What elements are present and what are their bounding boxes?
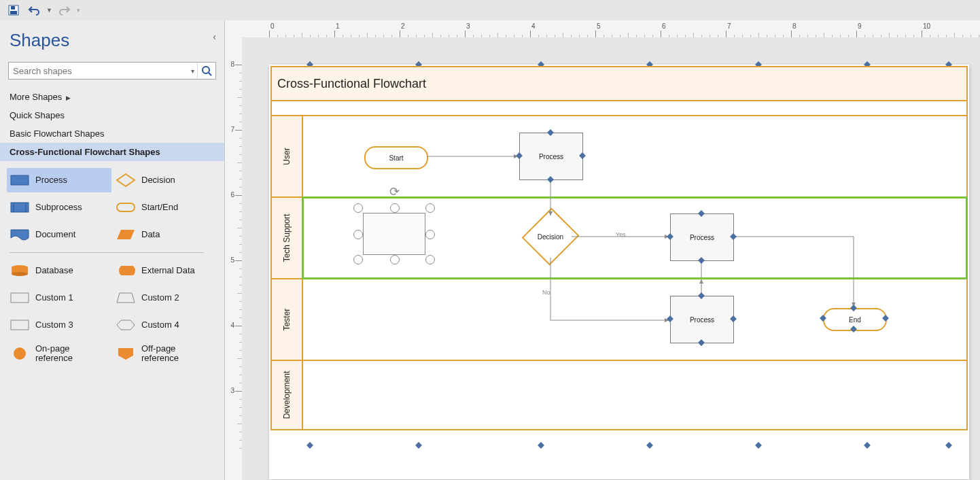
svg-point-3 <box>203 67 209 73</box>
undo-icon <box>28 5 40 16</box>
shape-stencil-label: Subprocess <box>35 203 82 212</box>
redo-button[interactable] <box>56 2 73 18</box>
svg-point-14 <box>12 272 28 276</box>
rect-outline-icon <box>10 317 30 333</box>
decision-shape[interactable]: Decision <box>531 217 570 256</box>
canvas-area: 01234567891011 876543 Cross-Functional F… <box>225 20 980 480</box>
undo-dropdown[interactable]: ▼ <box>46 7 52 14</box>
shapes-category[interactable]: Cross-Functional Flowchart Shapes <box>0 143 224 161</box>
shape-stencil[interactable]: Custom 1 <box>7 286 111 310</box>
selected-new-process[interactable]: ⟳ <box>357 207 431 260</box>
svg-rect-17 <box>11 320 29 330</box>
rotate-handle-icon[interactable]: ⟳ <box>389 184 400 199</box>
shapes-category[interactable]: Basic Flowchart Shapes <box>0 124 224 143</box>
edge-label-no: No <box>542 289 550 296</box>
lane-user-body[interactable]: Start Process <box>303 116 966 196</box>
edge-label-yes: Yes <box>616 231 626 238</box>
flowchart-title[interactable]: Cross-Functional Flowchart <box>272 67 966 101</box>
svg-marker-18 <box>117 320 135 330</box>
shape-stencil-label: Custom 1 <box>35 293 73 303</box>
shape-stencil-label: Start/End <box>141 203 178 212</box>
process-tester-shape[interactable]: Process <box>670 296 734 343</box>
diamond-orange-icon <box>116 172 136 188</box>
start-shape[interactable]: Start <box>364 146 428 169</box>
shape-stencil-label: Decision <box>141 175 175 185</box>
trap-outline-icon <box>116 290 136 306</box>
process-user-shape[interactable]: Process <box>519 133 583 180</box>
shape-stencil-label: Custom 3 <box>35 320 73 330</box>
para-orange-icon <box>116 226 136 243</box>
ruler-vertical: 876543 <box>225 37 243 480</box>
lane-user: User Start Process <box>272 116 966 198</box>
shape-stencil[interactable]: Database <box>7 258 111 283</box>
svg-marker-11 <box>117 230 135 239</box>
shape-stencil[interactable]: On-page reference <box>7 340 111 368</box>
drawing-page[interactable]: Cross-Functional Flowchart User Start Pr… <box>269 65 969 479</box>
shapes-category[interactable]: More Shapes▶ <box>0 88 224 106</box>
circ-orange-icon <box>10 345 30 362</box>
shape-stencil[interactable]: Decision <box>113 168 217 192</box>
shape-stencil-label: Document <box>35 230 75 239</box>
search-dropdown[interactable]: ▾ <box>188 67 197 75</box>
shapes-category[interactable]: Quick Shapes <box>0 106 224 124</box>
doc-blue-icon <box>10 226 30 243</box>
collapse-shapes-button[interactable]: ‹ <box>213 31 216 42</box>
search-button[interactable] <box>197 63 215 79</box>
hex-outline-icon <box>116 317 136 333</box>
page-scroll[interactable]: Cross-Functional Flowchart User Start Pr… <box>242 37 980 480</box>
extdata-orange-icon <box>116 262 136 279</box>
lane-tech-support-header[interactable]: Tech Support <box>272 198 303 278</box>
process-tech-shape[interactable]: Process <box>670 213 734 261</box>
lane-tester-header[interactable]: Tester <box>272 279 303 360</box>
rect-outline-icon <box>10 290 30 306</box>
cyl-orange-icon <box>10 262 30 279</box>
shape-stencil[interactable]: Custom 2 <box>113 286 217 310</box>
shape-stencil[interactable]: Subprocess <box>7 195 111 220</box>
shapes-panel-title: Shapes <box>0 30 224 58</box>
ruler-corner <box>225 20 243 38</box>
undo-button[interactable] <box>26 2 42 18</box>
shape-stencil-label: On-page reference <box>35 344 109 364</box>
lane-tech-support: Tech Support ⟳ <box>272 198 966 279</box>
shape-stencil[interactable]: Custom 3 <box>7 313 111 337</box>
lane-development-body[interactable] <box>303 361 966 429</box>
shape-stencil[interactable]: Data <box>113 222 217 247</box>
shape-stencil[interactable]: Off-page reference <box>113 340 217 368</box>
search-shapes-input-wrap: ▾ <box>8 62 216 80</box>
lane-user-header[interactable]: User <box>272 116 303 196</box>
save-icon <box>8 5 19 16</box>
lane-development-header[interactable]: Development <box>272 361 303 429</box>
svg-rect-1 <box>10 11 17 14</box>
svg-point-19 <box>14 347 26 360</box>
shape-stencil-label: External Data <box>141 266 195 275</box>
search-icon <box>201 65 212 76</box>
redo-icon <box>58 5 71 16</box>
shape-stencil[interactable]: Custom 4 <box>113 313 217 337</box>
customize-qat-button[interactable]: ▾ <box>77 7 80 14</box>
svg-rect-5 <box>11 175 29 185</box>
shape-stencil-label: Data <box>141 230 160 239</box>
rect-blue-icon <box>10 172 30 188</box>
shape-stencil[interactable]: Document <box>7 222 111 247</box>
shape-stencil-label: Custom 4 <box>141 320 179 330</box>
lane-tech-support-body[interactable]: ⟳ Decision Process <box>303 198 966 278</box>
svg-rect-10 <box>117 203 135 211</box>
shape-stencil[interactable]: Process <box>7 168 111 192</box>
shape-stencil-label: Custom 2 <box>141 293 179 303</box>
offpage-orange-icon <box>116 345 136 362</box>
svg-rect-2 <box>11 6 15 10</box>
rect-blue-bars-icon <box>10 199 30 216</box>
shapes-panel: ‹ Shapes ▾ More Shapes▶Quick ShapesBasic… <box>0 20 225 480</box>
save-button[interactable] <box>5 2 22 18</box>
lane-tester-body[interactable]: Process End No <box>303 279 966 360</box>
search-shapes-input[interactable] <box>9 63 188 79</box>
shape-stencil[interactable]: Start/End <box>113 195 217 220</box>
lane-tester: Tester Process End No <box>272 279 966 361</box>
phase-bar <box>272 101 966 116</box>
shape-stencil[interactable]: External Data <box>113 258 217 283</box>
svg-rect-15 <box>11 293 29 303</box>
shape-stencil-label: Off-page reference <box>141 344 215 364</box>
shape-stencil-label: Database <box>35 266 73 275</box>
svg-line-4 <box>209 73 211 75</box>
cross-functional-container: Cross-Functional Flowchart User Start Pr… <box>270 66 968 430</box>
